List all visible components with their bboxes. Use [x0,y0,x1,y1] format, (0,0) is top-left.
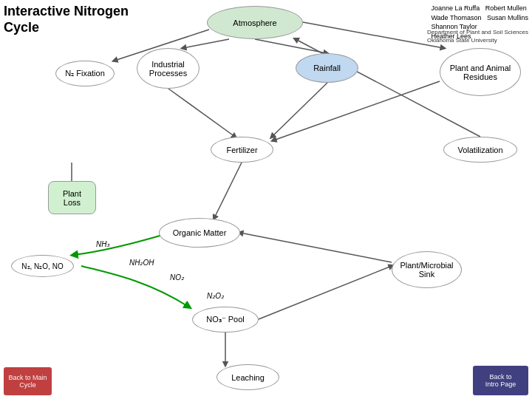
title-line2: Cycle [4,20,39,35]
organic-matter-label: Organic Matter [173,228,227,237]
industrial-processes-node[interactable]: IndustrialProcesses [137,48,200,89]
dept-info: Department of Plant and Soil SciencesOkl… [427,28,528,44]
plant-microbial-node[interactable]: Plant/MicrobialSink [392,251,462,288]
app-title: Interactive Nitrogen Cycle [4,4,144,35]
leaching-node[interactable]: Leaching [216,364,279,390]
nitrate-pool-node[interactable]: NO₃⁻ Pool [192,307,259,332]
volatilization-label: Volatilization [457,146,502,154]
n2-gases-node[interactable]: N₂, N₂O, NO [11,255,74,277]
nitrate-pool-label: NO₃⁻ Pool [206,315,245,324]
n2-gases-label: N₂, N₂O, NO [21,262,63,270]
leaching-label: Leaching [231,373,265,382]
n2o2-label: N₂O₂ [207,292,224,300]
svg-line-7 [214,163,242,218]
volatilization-node[interactable]: Volatilization [443,137,517,163]
atmosphere-node[interactable]: Atmosphere [207,6,303,39]
svg-line-6 [273,81,440,140]
back-to-intro-button[interactable]: Back toIntro Page [473,366,528,395]
organic-matter-node[interactable]: Organic Matter [159,218,240,248]
title-line1: Interactive Nitrogen [4,4,129,18]
plant-loss-node[interactable]: PlantLoss [48,181,96,214]
nh2oh-label: NH₂OH [129,259,154,267]
rainfall-node[interactable]: Rainfall [296,53,358,83]
plant-residues-node[interactable]: Plant and AnimalResidues [440,48,521,96]
plant-microbial-label: Plant/MicrobialSink [400,261,453,279]
n2-fixation-node[interactable]: N₂ Fixation [55,61,115,86]
svg-line-5 [272,83,327,137]
no2-label: NO₂ [170,273,184,282]
fertilizer-node[interactable]: Fertilizer [211,137,273,163]
back-to-main-button[interactable]: Back to MainCycle [4,367,52,395]
plant-residues-label: Plant and AnimalResidues [450,64,511,81]
atmosphere-label: Atmosphere [233,18,276,27]
svg-line-1 [183,39,229,48]
fertilizer-label: Fertilizer [226,146,257,154]
industrial-label: IndustrialProcesses [149,60,187,78]
svg-line-12 [240,233,392,262]
svg-line-4 [168,89,235,137]
svg-line-3 [303,22,443,48]
plant-loss-label: PlantLoss [63,189,81,207]
nh3-label: NH₃ [96,240,109,248]
n2-fixation-label: N₂ Fixation [65,69,105,78]
svg-line-9 [259,266,392,319]
rainfall-label: Rainfall [313,64,341,72]
svg-line-0 [255,39,327,53]
